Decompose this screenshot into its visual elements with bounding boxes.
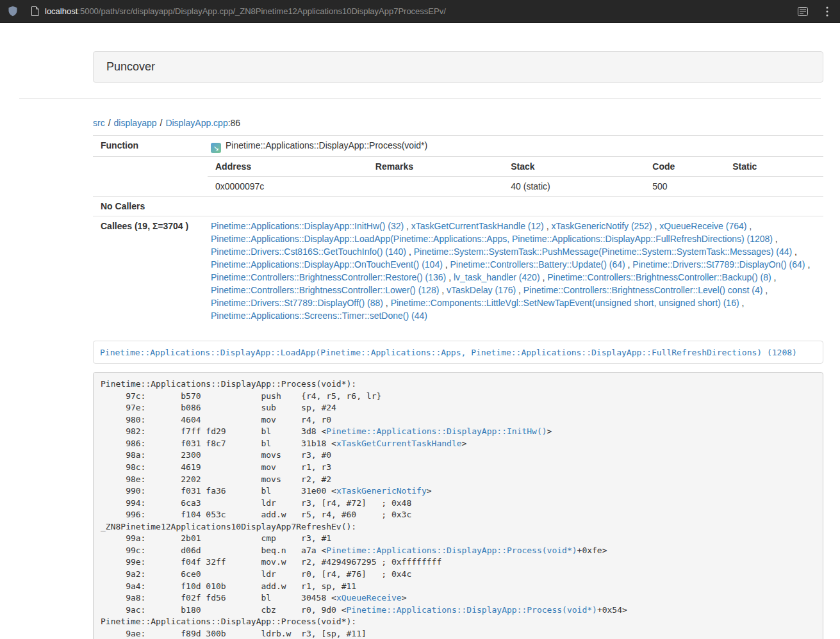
column-header-stack: Stack (503, 157, 645, 177)
kebab-menu-icon[interactable] (826, 6, 828, 17)
breadcrumb-separator: / (108, 118, 111, 128)
cell-remarks (368, 177, 503, 197)
callees-row: Callees (19, Σ=3704 ) Pinetime::Applicat… (93, 216, 823, 326)
callee-link[interactable]: Pinetime::Drivers::Cst816S::GetTouchInfo… (211, 247, 406, 257)
breadcrumb-separator: / (160, 118, 163, 128)
callee-link[interactable]: Pinetime::System::SystemTask::PushMessag… (414, 247, 793, 257)
reader-mode-icon[interactable] (798, 7, 808, 16)
table-row: 0x0000097c 40 (static) 500 (208, 177, 823, 197)
breadcrumb: src/displayapp/DisplayApp.cpp:86 (93, 118, 823, 128)
column-header-remarks: Remarks (368, 157, 503, 177)
callee-link[interactable]: Pinetime::Applications::DisplayApp::Init… (211, 221, 404, 231)
function-name: Pinetime::Applications::DisplayApp::Proc… (226, 140, 427, 150)
url-path: :5000/path/src/displayapp/DisplayApp.cpp… (78, 6, 446, 16)
callee-link[interactable]: lv_task_handler (420) (454, 272, 540, 282)
url-host: localhost (45, 6, 78, 16)
row-label-empty (93, 157, 203, 197)
symbol-link[interactable]: xQueueReceive (336, 593, 402, 603)
function-row: Function ↘Pinetime::Applications::Displa… (93, 136, 823, 157)
no-callers-cell (203, 197, 823, 216)
callee-link[interactable]: Pinetime::Drivers::St7789::DisplayOff() … (211, 298, 383, 308)
callee-link[interactable]: Pinetime::Controllers::BrightnessControl… (211, 272, 446, 282)
breadcrumb-link-displayapp[interactable]: displayapp (114, 118, 157, 128)
symbol-link[interactable]: xTaskGenericNotify (336, 486, 427, 496)
callee-link[interactable]: Pinetime::Controllers::Battery::Update()… (450, 259, 625, 270)
callee-link[interactable]: Pinetime::Controllers::BrightnessControl… (547, 272, 771, 282)
callee-link[interactable]: Pinetime::Controllers::BrightnessControl… (523, 285, 762, 295)
function-table: Function ↘Pinetime::Applications::Displa… (93, 135, 823, 325)
callee-link[interactable]: Pinetime::Components::LittleVgl::SetNewT… (391, 298, 739, 308)
address-bar[interactable]: localhost:5000/path/src/displayapp/Displ… (45, 6, 798, 16)
symbol-link[interactable]: Pinetime::Applications::DisplayApp::Proc… (326, 546, 577, 555)
breadcrumb-link-src[interactable]: src (93, 118, 105, 128)
callee-link[interactable]: Pinetime::Applications::DisplayApp::OnTo… (211, 259, 443, 270)
callee-link[interactable]: vTaskDelay (176) (447, 285, 516, 295)
browser-chrome: localhost:5000/path/src/displayapp/Displ… (0, 0, 840, 23)
cell-stack: 40 (static) (503, 177, 645, 197)
line-number: :86 (228, 118, 240, 128)
callees-list: Pinetime::Applications::DisplayApp::Init… (203, 216, 823, 326)
callee-link[interactable]: Pinetime::Applications::DisplayApp::Load… (211, 234, 773, 244)
selected-callee-panel: Pinetime::Applications::DisplayApp::Load… (93, 341, 823, 364)
details-cell: Address Remarks Stack Code Static 0x0000… (203, 157, 823, 197)
no-callers-row: No Callers (93, 197, 823, 216)
function-label: Function (93, 136, 203, 157)
table-header-row: Address Remarks Stack Code Static (208, 157, 823, 177)
symbol-link[interactable]: Pinetime::Applications::DisplayApp::Proc… (347, 605, 597, 615)
callee-link[interactable]: Pinetime::Drivers::St7789::DisplayOn() (… (632, 259, 805, 270)
puncover-title-panel: Puncover (93, 51, 823, 83)
column-header-address: Address (208, 157, 368, 177)
callee-link[interactable]: xTaskGetCurrentTaskHandle (12) (411, 221, 544, 231)
page-title: Puncover (106, 60, 155, 73)
column-header-code: Code (645, 157, 725, 177)
cell-static (725, 177, 823, 197)
details-row: Address Remarks Stack Code Static 0x0000… (93, 157, 823, 197)
load-app-link[interactable]: Pinetime::Applications::DisplayApp::Load… (100, 348, 797, 357)
cell-code: 500 (645, 177, 725, 197)
function-name-cell: ↘Pinetime::Applications::DisplayApp::Pro… (203, 136, 823, 157)
callees-label: Callees (19, Σ=3704 ) (93, 216, 203, 326)
shield-icon[interactable] (8, 6, 18, 17)
horizontal-rule (19, 98, 821, 99)
no-callers-label: No Callers (93, 197, 203, 216)
symbol-link[interactable]: Pinetime::Applications::DisplayApp::Init… (326, 426, 547, 436)
method-icon: ↘ (211, 143, 221, 153)
address-table: Address Remarks Stack Code Static 0x0000… (208, 157, 823, 196)
disassembly: Pinetime::Applications::DisplayApp::Proc… (93, 372, 823, 639)
page-security-icon[interactable] (31, 6, 39, 16)
column-header-static: Static (725, 157, 823, 177)
callee-link[interactable]: Pinetime::Controllers::BrightnessControl… (211, 285, 439, 295)
breadcrumb-link-file[interactable]: DisplayApp.cpp (165, 118, 227, 128)
callee-link[interactable]: xTaskGenericNotify (252) (551, 221, 652, 231)
cell-address: 0x0000097c (208, 177, 368, 197)
callee-link[interactable]: xQueueReceive (764) (659, 221, 746, 231)
callee-link[interactable]: Pinetime::Applications::Screens::Timer::… (211, 311, 427, 321)
symbol-link[interactable]: xTaskGetCurrentTaskHandle (336, 439, 462, 448)
